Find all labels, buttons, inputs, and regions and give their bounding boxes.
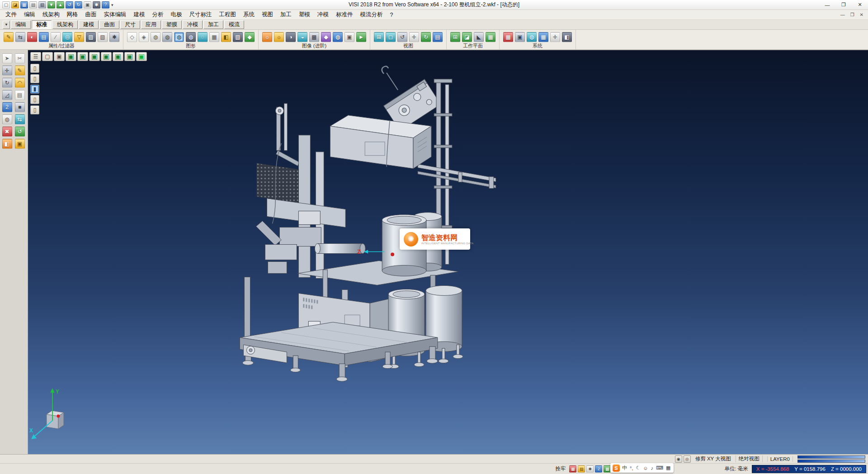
tab-list-dropdown[interactable]: ▼ bbox=[3, 21, 10, 29]
system-tool-icon[interactable]: ✱ bbox=[586, 465, 594, 473]
edge-display-icon[interactable]: ▦ bbox=[209, 32, 219, 42]
system-options-icon[interactable]: ◧ bbox=[562, 32, 572, 42]
shading-mode-icon[interactable]: ◧ bbox=[2, 139, 12, 149]
animation-icon[interactable]: ► bbox=[356, 32, 366, 42]
quick-filter-icon[interactable]: ▽ bbox=[74, 32, 84, 42]
shadow-icon[interactable]: ◑ bbox=[286, 32, 296, 42]
element-filter-icon[interactable]: ◎ bbox=[62, 32, 72, 42]
axonometric-view-icon[interactable]: ▣ bbox=[124, 52, 135, 61]
status-indicator-icon[interactable]: ◉ bbox=[675, 455, 682, 463]
linetype-filter-icon[interactable]: ∕ bbox=[51, 32, 61, 42]
pan-view-icon[interactable]: ✛ bbox=[409, 32, 419, 42]
tab-0[interactable]: 编辑 bbox=[11, 20, 31, 29]
material-display-icon[interactable]: ◆ bbox=[245, 32, 255, 42]
tab-6[interactable]: 应用 bbox=[141, 20, 161, 29]
view-hint-label[interactable]: 修剪 XY 大视图 bbox=[695, 455, 731, 462]
menu-item-13[interactable]: 加工 bbox=[277, 10, 295, 19]
viewport[interactable]: Z Y X ☰▢▣▣▣▣▣▣▣▣ ▯▯▮▯▯ ✺ bbox=[28, 50, 868, 454]
box-primitive-icon[interactable]: ■ bbox=[15, 102, 25, 112]
move-icon[interactable]: ✛ bbox=[2, 66, 12, 76]
environment-icon[interactable]: ◍ bbox=[333, 32, 343, 42]
new-document-icon[interactable]: ▢ bbox=[2, 1, 10, 9]
arc-sketch-icon[interactable]: ◠ bbox=[15, 78, 25, 88]
sogou-logo-icon[interactable]: S bbox=[613, 465, 620, 472]
workplane-view-icon[interactable]: ▦ bbox=[486, 32, 495, 42]
hidden-line-display-icon[interactable]: ◈ bbox=[139, 32, 149, 42]
display-shaded-icon[interactable]: ▮ bbox=[30, 85, 39, 94]
menu-item-5[interactable]: 实体编辑 bbox=[100, 10, 130, 19]
close-button[interactable]: ✕ bbox=[852, 0, 868, 9]
snap-settings-icon[interactable]: ✛ bbox=[550, 32, 560, 42]
rotate-icon[interactable]: ↻ bbox=[2, 78, 12, 88]
copy-attributes-icon[interactable]: ⇆ bbox=[15, 32, 25, 42]
menu-item-16[interactable]: 标准件 bbox=[332, 10, 357, 19]
menu-item-8[interactable]: 电极 bbox=[167, 10, 186, 19]
display-transparent-icon[interactable]: ▯ bbox=[30, 105, 39, 114]
tab-2[interactable]: 线架构 bbox=[52, 20, 78, 29]
smooth-shade-display-icon[interactable]: ◍ bbox=[162, 32, 172, 42]
tab-5[interactable]: 尺寸 bbox=[120, 20, 140, 29]
delete-icon[interactable]: ✖ bbox=[2, 127, 12, 137]
plot-icon[interactable]: ▧ bbox=[38, 1, 46, 9]
ime-emoji-icon[interactable]: ☺ bbox=[642, 463, 649, 473]
menu-item-10[interactable]: 工程图 bbox=[216, 10, 240, 19]
display-hidden-icon[interactable]: ▯ bbox=[30, 74, 39, 83]
palette-icon[interactable]: ▦ bbox=[604, 465, 611, 473]
ime-toolbar[interactable]: S 中°,☾☺♪⌨▦ bbox=[610, 463, 674, 473]
flat-shade-display-icon[interactable]: ◍ bbox=[151, 32, 160, 42]
workplane-3point-icon[interactable]: ◣ bbox=[474, 32, 484, 42]
menu-item-17[interactable]: 模流分析 bbox=[357, 10, 387, 19]
material-library-icon[interactable]: ◆ bbox=[321, 32, 331, 42]
cylinder-primitive-icon[interactable]: ◍ bbox=[2, 114, 12, 124]
top-view-icon[interactable]: ▣ bbox=[77, 52, 88, 61]
notes-icon[interactable]: ▤ bbox=[15, 90, 25, 100]
workplane-align-icon[interactable]: ◪ bbox=[462, 32, 472, 42]
ime-punctuation-icon[interactable]: °, bbox=[629, 463, 634, 473]
ime-mode-chinese-icon[interactable]: 中 bbox=[621, 463, 628, 473]
menu-item-15[interactable]: 冲模 bbox=[314, 10, 332, 19]
tab-3[interactable]: 建模 bbox=[79, 20, 99, 29]
menu-item-0[interactable]: 文件 bbox=[2, 10, 20, 19]
layer-filter-icon[interactable]: ▤ bbox=[39, 32, 49, 42]
options-icon[interactable]: ✱ bbox=[93, 1, 100, 9]
document-restore-button[interactable]: ❐ bbox=[850, 12, 854, 17]
menu-item-4[interactable]: 曲面 bbox=[82, 10, 100, 19]
mirror-icon[interactable]: ⇆ bbox=[15, 114, 25, 124]
texture-icon[interactable]: ▩ bbox=[309, 32, 319, 42]
menu-item-1[interactable]: 编辑 bbox=[20, 10, 39, 19]
lighting-icon[interactable]: ☼ bbox=[274, 32, 284, 42]
print-icon[interactable]: ▤ bbox=[29, 1, 37, 9]
front-view-icon[interactable]: ▣ bbox=[89, 52, 100, 61]
right-view-icon[interactable]: ▣ bbox=[101, 52, 112, 61]
advanced-render-icon[interactable]: ☼ bbox=[262, 32, 272, 42]
background-display-icon[interactable]: ▧ bbox=[233, 32, 243, 42]
menu-item-11[interactable]: 系统 bbox=[240, 10, 258, 19]
menu-item-6[interactable]: 建模 bbox=[130, 10, 149, 19]
white-background-icon[interactable]: ▢ bbox=[42, 52, 53, 61]
saved-views-icon[interactable]: ▤ bbox=[433, 32, 443, 42]
menu-item-9[interactable]: 尺寸标注 bbox=[186, 10, 216, 19]
snapshot-icon[interactable]: ▣ bbox=[15, 139, 25, 149]
restore-icon[interactable]: ↺ bbox=[15, 127, 25, 137]
zoom-window-icon[interactable]: ◻ bbox=[386, 32, 396, 42]
view-list-icon[interactable]: ☰ bbox=[30, 52, 41, 61]
import-icon[interactable]: ▼ bbox=[47, 1, 55, 9]
workplane-xy-icon[interactable]: ⊞ bbox=[450, 32, 460, 42]
dynamic-view-icon[interactable]: ▣ bbox=[136, 52, 147, 61]
menu-item-2[interactable]: 线架构 bbox=[39, 10, 63, 19]
redo-icon[interactable]: ↻ bbox=[75, 1, 82, 9]
menu-item-7[interactable]: 分析 bbox=[149, 10, 167, 19]
color-layer-bars[interactable] bbox=[797, 455, 865, 463]
save-icon[interactable]: ▦ bbox=[20, 1, 28, 9]
grid-settings-icon[interactable]: ▦ bbox=[538, 32, 548, 42]
iso-view-icon[interactable]: ▣ bbox=[66, 52, 76, 61]
color-table-icon[interactable]: ▦ bbox=[503, 32, 513, 42]
layer-selector[interactable]: LAYER0 bbox=[767, 456, 793, 462]
view-2d-icon[interactable]: 2 bbox=[2, 102, 12, 112]
zoom-extents-icon[interactable]: ⊞ bbox=[374, 32, 384, 42]
undo-icon[interactable]: ↺ bbox=[66, 1, 73, 9]
menu-item-18[interactable]: ? bbox=[387, 11, 397, 19]
trim-icon[interactable]: ✂ bbox=[15, 53, 25, 63]
zoom-previous-icon[interactable]: ↺ bbox=[397, 32, 407, 42]
ime-voice-icon[interactable]: ♪ bbox=[650, 463, 655, 473]
